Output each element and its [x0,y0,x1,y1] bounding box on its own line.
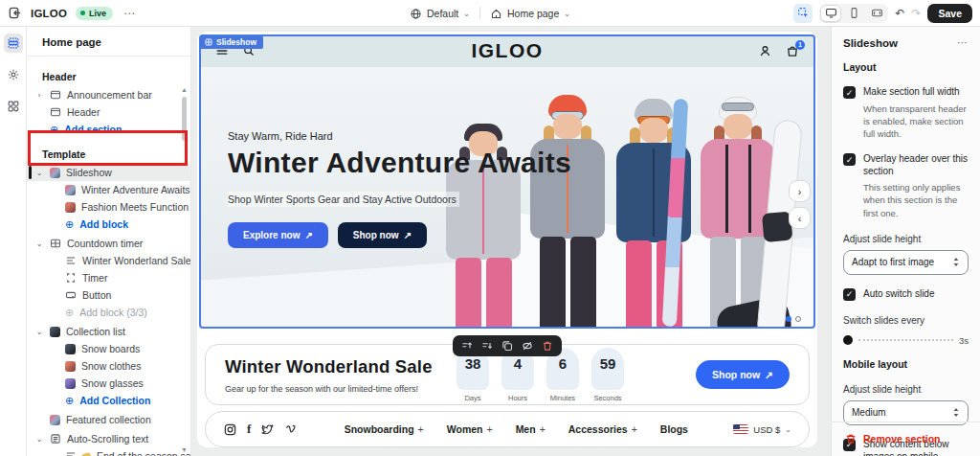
cart-button[interactable]: 1 [785,44,800,58]
mobile-view-button[interactable] [843,5,864,22]
page-selector[interactable]: Home page ⌄ [490,8,570,20]
slider-track[interactable] [858,339,953,341]
apps-button[interactable] [4,97,23,116]
sidebar-scrollbar[interactable]: ▲ ▼ [179,86,189,454]
move-up-icon[interactable] [461,340,473,352]
chevron-down-icon: ⌄ [564,10,570,18]
layer-row-snow-boards[interactable]: Snow boards [27,340,190,357]
layer-row-slideshow[interactable]: ⌄ Slideshow [27,164,190,181]
layer-row-snow-clothes[interactable]: Snow clothes [27,357,190,375]
nav-link-snowboarding[interactable]: Snowboarding+ [345,423,424,435]
add-block-button[interactable]: ⊕ Add block [27,216,190,233]
countdown-shop-now-button[interactable]: Shop now↗ [696,360,790,389]
shop-now-button[interactable]: Shop now↗ [338,222,427,248]
add-section-button[interactable]: ⊕ Add section [27,121,190,138]
layer-row-featured-collection[interactable]: Featured collection [27,411,190,428]
remove-section-button[interactable]: Remove section [832,422,980,456]
store-nav-section[interactable]: f Snowboarding+ Women+ Men+ Accessories+… [205,411,810,447]
layer-row-season-sale-1[interactable]: End of the season sale [27,447,190,456]
fullscreen-view-button[interactable] [866,5,887,22]
next-slide-button[interactable]: › [789,180,811,202]
explore-now-button[interactable]: Explore now↗ [228,222,328,248]
account-icon[interactable] [758,44,772,58]
delete-icon[interactable] [542,340,553,352]
instagram-icon[interactable] [223,422,237,437]
hero-slide: Stay Warm, Ride Hard Winter Adventure Aw… [199,67,815,329]
nav-link-blogs[interactable]: Blogs [660,423,688,435]
layer-row-timer[interactable]: Timer [27,269,190,286]
checkbox-label: Auto switch slide [863,287,934,300]
layer-label: Collection list [66,326,125,337]
exit-icon[interactable] [8,6,22,20]
vimeo-icon[interactable] [284,422,299,437]
undo-button[interactable]: ↶ [895,7,904,20]
collection-thumbnail-icon [65,378,76,389]
chevron-down-icon: ⌄ [463,10,470,18]
pagination-dot[interactable] [795,316,801,322]
slider-knob[interactable] [843,335,853,345]
scroll-down-icon[interactable]: ▼ [181,446,188,454]
sections-tab-button[interactable] [4,34,23,53]
theme-settings-button[interactable] [4,65,23,84]
locale-selector[interactable]: Default ⌄ [410,8,470,20]
hero-kicker: Stay Warm, Ride Hard [228,130,571,142]
chevron-right-icon[interactable]: › [34,91,44,100]
plus-icon: + [632,423,637,435]
plus-circle-icon: ⊕ [65,396,74,406]
slideshow-section[interactable]: IGLOO 1 [199,34,815,329]
hide-icon[interactable] [522,340,533,352]
save-button[interactable]: Save [927,4,972,23]
chevron-down-icon[interactable]: ⌄ [34,239,44,248]
layer-row-wonderland-sale[interactable]: Winter Wonderland Sale [27,252,190,269]
layer-row-snow-glasses[interactable]: Snow glasses [27,375,190,392]
nav-link-accessories[interactable]: Accessories+ [568,423,637,435]
hero-subtitle: Shop Winter Sports Gear and Stay Active … [228,192,459,207]
scrollbar-thumb[interactable] [182,97,187,141]
slide-height-select[interactable]: Adapt to first image [843,250,969,275]
layer-row-header[interactable]: Header [27,103,190,121]
layer-row-auto-scrolling-text[interactable]: ⌄ Auto-Scrolling text [27,430,190,447]
chevron-down-icon[interactable]: ⌄ [34,169,44,177]
currency-selector[interactable]: USD $ ⌄ [733,424,791,435]
section-badge[interactable]: Slideshow [200,35,263,49]
chevron-down-icon[interactable]: ⌄ [34,328,44,336]
checkbox-checked-icon[interactable]: ✓ [843,86,856,99]
prev-slide-button[interactable]: ‹ [789,207,811,229]
layer-row-collection-list[interactable]: ⌄ Collection list [27,323,190,340]
stepper-icon [952,257,960,267]
desktop-view-button[interactable] [820,5,841,22]
topbar-menu-button[interactable]: ⋯ [123,7,136,20]
layer-row-countdown-timer[interactable]: ⌄ Countdown timer [27,235,190,252]
checkbox-checked-icon[interactable]: ✓ [843,153,856,166]
collection-thumbnail-icon [65,361,76,372]
twitter-icon[interactable] [260,422,275,437]
store-logo[interactable]: IGLOO [471,39,543,62]
chevron-down-icon[interactable]: ⌄ [34,435,44,444]
layer-row-announcement-bar[interactable]: › Announcement bar [27,86,190,103]
facebook-icon[interactable]: f [247,422,251,437]
scroll-up-icon[interactable]: ▲ [181,86,188,94]
plus-icon: + [418,423,424,435]
layer-row-button[interactable]: Button [27,286,190,304]
panel-menu-button[interactable]: ⋯ [957,36,969,49]
layer-row-fashion-meets[interactable]: Fashion Meets Function [27,198,190,216]
stepper-icon [952,407,960,418]
redo-button[interactable]: ↷ [911,7,921,20]
auto-switch-checkbox-row[interactable]: ✓ Auto switch slide [843,287,969,301]
inspect-button[interactable] [793,4,813,23]
pagination-dot-active[interactable] [786,316,791,322]
store-nav-links: Snowboarding+ Women+ Men+ Accessories+ B… [299,423,733,435]
overlay-header-checkbox-row[interactable]: ✓ Overlay header over this section [843,152,969,177]
switch-every-slider[interactable]: 3s [843,335,969,346]
nav-link-men[interactable]: Men+ [516,423,546,435]
add-collection-button[interactable]: ⊕ Add Collection [27,392,190,409]
slide-thumbnail-icon [65,202,76,213]
checkbox-checked-icon[interactable]: ✓ [843,288,856,301]
full-width-checkbox-row[interactable]: ✓ Make section full width [843,85,969,99]
layer-label: Snow clothes [81,360,141,372]
layer-row-winter-adventure[interactable]: Winter Adventure Awaits [27,181,190,198]
add-block-label: Add block [79,218,128,230]
move-down-icon[interactable] [481,340,493,352]
duplicate-icon[interactable] [501,340,513,352]
nav-link-women[interactable]: Women+ [447,423,493,435]
